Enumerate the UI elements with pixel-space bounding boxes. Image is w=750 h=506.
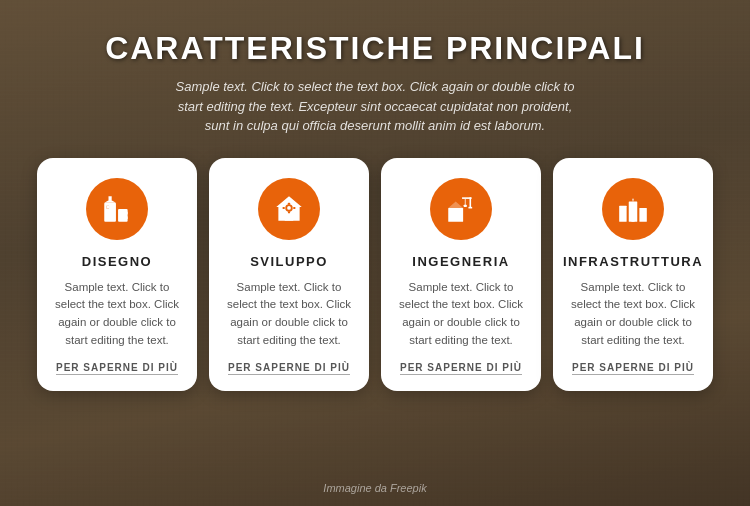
svg-rect-49 [640,211,642,213]
svg-rect-46 [634,213,636,215]
svg-rect-19 [288,202,290,204]
svg-rect-20 [288,211,290,213]
svg-rect-11 [120,216,123,219]
svg-rect-5 [106,210,109,213]
disegno-link[interactable]: PER SAPERNE DI PIÙ [56,362,178,375]
ingegneria-title: INGEGNERIA [412,254,509,269]
svg-rect-26 [449,215,452,218]
svg-rect-9 [120,211,123,214]
sviluppo-title: SVILUPPO [250,254,328,269]
sviluppo-link[interactable]: PER SAPERNE DI PIÙ [228,362,350,375]
page-title: CARATTERISTICHE PRINCIPALI [105,30,645,67]
svg-rect-54 [633,198,634,201]
svg-point-18 [287,206,291,210]
svg-rect-8 [111,215,114,218]
svg-marker-33 [448,201,463,207]
svg-rect-38 [623,213,625,215]
card-ingegneria: INGEGNERIA Sample text. Click to select … [381,158,541,391]
disegno-text: Sample text. Click to select the text bo… [51,279,183,350]
ingegneria-text: Sample text. Click to select the text bo… [395,279,527,350]
ingegneria-link[interactable]: PER SAPERNE DI PIÙ [400,362,522,375]
svg-rect-52 [644,215,646,217]
svg-rect-50 [644,211,646,213]
svg-rect-25 [454,211,457,214]
svg-rect-51 [640,215,642,217]
svg-rect-39 [620,217,622,219]
svg-rect-1 [118,209,128,222]
svg-rect-6 [111,210,114,213]
svg-rect-36 [623,209,625,211]
crane-building-icon [444,192,478,226]
svg-rect-41 [630,204,632,206]
svg-rect-3 [106,205,109,208]
svg-rect-14 [109,196,112,200]
gear-building-icon [272,192,306,226]
svg-rect-37 [620,213,622,215]
disegno-icon-circle [86,178,148,240]
svg-rect-24 [449,211,452,214]
svg-rect-0 [104,202,116,221]
svg-rect-29 [470,197,472,208]
svg-rect-43 [630,209,632,211]
building-icon [100,192,134,226]
svg-rect-10 [125,211,128,214]
infrastruttura-text: Sample text. Click to select the text bo… [567,279,699,350]
card-infrastruttura: INFRASTRUTTURA Sample text. Click to sel… [553,158,713,391]
ingegneria-icon-circle [430,178,492,240]
svg-rect-27 [454,215,457,218]
city-building-icon [616,192,650,226]
card-sviluppo: SVILUPPO Sample text. Click to select th… [209,158,369,391]
svg-rect-22 [293,206,295,208]
svg-rect-12 [125,216,128,219]
sviluppo-icon-circle [258,178,320,240]
svg-rect-47 [631,217,634,221]
cards-container: DISEGNO Sample text. Click to select the… [30,158,720,391]
svg-rect-48 [639,207,646,221]
svg-rect-32 [464,204,467,206]
infrastruttura-icon-circle [602,178,664,240]
main-content: CARATTERISTICHE PRINCIPALI Sample text. … [0,0,750,391]
svg-rect-42 [634,204,636,206]
footer-credit: Immagine da Freepik [323,482,426,494]
infrastruttura-link[interactable]: PER SAPERNE DI PIÙ [572,362,694,375]
page-subtitle: Sample text. Click to select the text bo… [165,77,585,136]
svg-rect-4 [111,205,114,208]
svg-rect-35 [620,209,622,211]
svg-rect-44 [634,209,636,211]
svg-rect-30 [468,206,472,208]
card-disegno: DISEGNO Sample text. Click to select the… [37,158,197,391]
svg-rect-45 [630,213,632,215]
infrastruttura-title: INFRASTRUTTURA [563,254,703,269]
sviluppo-text: Sample text. Click to select the text bo… [223,279,355,350]
svg-rect-21 [283,206,285,208]
svg-rect-23 [448,207,463,221]
svg-rect-7 [106,215,109,218]
disegno-title: DISEGNO [82,254,152,269]
